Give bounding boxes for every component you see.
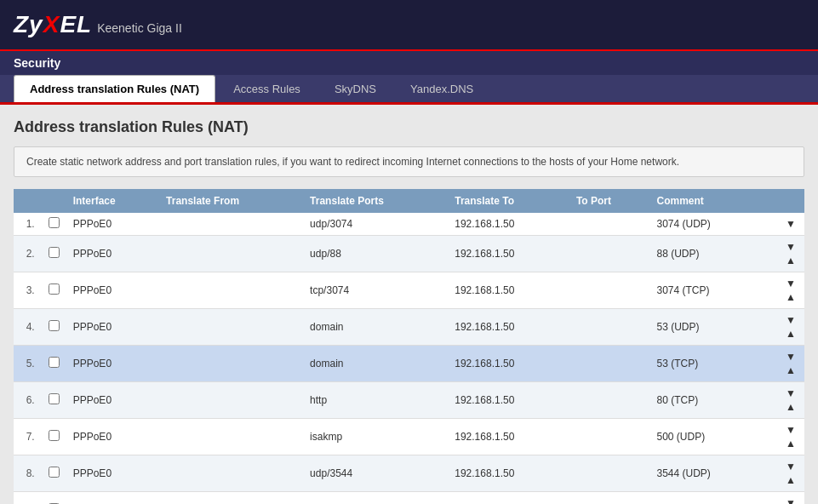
- rules-table: Interface Translate From Translate Ports…: [14, 189, 804, 504]
- row-comment: 53 (UDP): [649, 309, 762, 346]
- col-check: [42, 189, 66, 213]
- move-down-button[interactable]: ▼: [784, 496, 798, 504]
- row-checkbox[interactable]: [49, 430, 60, 441]
- row-translate-ports: udp/88: [303, 236, 448, 272]
- row-translate-ports: udp/3074: [303, 213, 448, 236]
- table-row: 3. PPPoE0 tcp/3074 192.168.1.50 3074 (TC…: [14, 272, 804, 309]
- row-interface: PPPoE0: [66, 346, 159, 382]
- row-translate-ports: http: [303, 382, 448, 419]
- move-up-button[interactable]: ▲: [784, 364, 798, 377]
- row-checkbox[interactable]: [49, 467, 60, 478]
- table-row: 9. PPPoE0 udp/4500 192.168.1.50 4500 (UD…: [14, 492, 804, 505]
- row-translate-to: 192.168.1.50: [448, 382, 569, 419]
- main-content: Address translation Rules (NAT) Create s…: [0, 105, 818, 504]
- logo: ZyXEL Keenetic Giga II: [14, 11, 182, 38]
- move-up-button[interactable]: ▲: [784, 254, 798, 267]
- row-checkbox-cell[interactable]: [42, 236, 66, 272]
- row-interface: PPPoE0: [66, 492, 159, 505]
- table-row: 2. PPPoE0 udp/88 192.168.1.50 88 (UDP) ▼…: [14, 236, 804, 272]
- header: ZyXEL Keenetic Giga II: [0, 0, 818, 51]
- page-title: Address translation Rules (NAT): [14, 118, 804, 136]
- tab-nat[interactable]: Address translation Rules (NAT): [14, 75, 215, 102]
- tab-skydns[interactable]: SkyDNS: [318, 75, 392, 102]
- move-up-button[interactable]: ▲: [784, 437, 798, 450]
- row-translate-from: [159, 492, 303, 505]
- col-to-port: To Port: [569, 189, 650, 213]
- row-checkbox[interactable]: [49, 393, 60, 404]
- row-translate-from: [159, 309, 303, 346]
- move-down-button[interactable]: ▼: [784, 387, 798, 400]
- row-checkbox-cell[interactable]: [42, 272, 66, 309]
- row-checkbox[interactable]: [49, 247, 60, 258]
- row-checkbox[interactable]: [49, 320, 60, 331]
- move-up-button[interactable]: ▲: [784, 473, 798, 487]
- row-to-port: [569, 419, 650, 455]
- row-translate-ports: isakmp: [303, 419, 448, 455]
- row-checkbox-cell[interactable]: [42, 382, 66, 419]
- row-checkbox-cell[interactable]: [42, 213, 66, 236]
- row-to-port: [569, 272, 650, 309]
- table-row: 4. PPPoE0 domain 192.168.1.50 53 (UDP) ▼…: [14, 309, 804, 346]
- move-up-button[interactable]: ▲: [784, 290, 798, 304]
- row-num: 3.: [14, 272, 42, 309]
- table-header-row: Interface Translate From Translate Ports…: [14, 189, 804, 213]
- row-to-port: [569, 492, 650, 505]
- col-num: [14, 189, 42, 213]
- row-arrows: ▼ ▲: [762, 455, 804, 492]
- product-name: Keenetic Giga II: [97, 21, 182, 35]
- row-translate-from: [159, 419, 303, 455]
- row-translate-from: [159, 213, 303, 236]
- move-up-button[interactable]: ▲: [784, 400, 798, 414]
- row-checkbox-cell[interactable]: [42, 492, 66, 505]
- row-translate-from: [159, 236, 303, 272]
- row-to-port: [569, 213, 650, 236]
- move-up-button[interactable]: ▲: [784, 327, 798, 341]
- row-checkbox-cell[interactable]: [42, 309, 66, 346]
- row-checkbox[interactable]: [49, 357, 60, 368]
- row-to-port: [569, 455, 650, 492]
- move-down-button[interactable]: ▼: [784, 240, 798, 254]
- tab-access-rules[interactable]: Access Rules: [217, 75, 317, 102]
- table-row: 8. PPPoE0 udp/3544 192.168.1.50 3544 (UD…: [14, 455, 804, 492]
- row-checkbox-cell[interactable]: [42, 419, 66, 455]
- move-down-button[interactable]: ▼: [784, 217, 798, 231]
- row-checkbox[interactable]: [49, 284, 60, 295]
- row-to-port: [569, 346, 650, 382]
- move-down-button[interactable]: ▼: [784, 423, 798, 437]
- row-checkbox-cell[interactable]: [42, 346, 66, 382]
- row-translate-to: 192.168.1.50: [448, 309, 569, 346]
- table-row: 6. PPPoE0 http 192.168.1.50 80 (TCP) ▼ ▲: [14, 382, 804, 419]
- row-comment: 3544 (UDP): [649, 455, 762, 492]
- row-comment: 3074 (TCP): [649, 272, 762, 309]
- move-down-button[interactable]: ▼: [784, 277, 798, 290]
- col-translate-to: Translate To: [448, 189, 569, 213]
- table-row: 7. PPPoE0 isakmp 192.168.1.50 500 (UDP) …: [14, 419, 804, 455]
- row-interface: PPPoE0: [66, 213, 159, 236]
- row-to-port: [569, 236, 650, 272]
- row-comment: 53 (TCP): [649, 346, 762, 382]
- row-arrows: ▼ ▲: [762, 492, 804, 505]
- col-translate-from: Translate From: [159, 189, 303, 213]
- row-num: 1.: [14, 213, 42, 236]
- row-translate-to: 192.168.1.50: [448, 455, 569, 492]
- row-interface: PPPoE0: [66, 236, 159, 272]
- row-checkbox[interactable]: [49, 217, 60, 228]
- row-translate-from: [159, 272, 303, 309]
- tab-yandex-dns[interactable]: Yandex.DNS: [394, 75, 489, 102]
- row-comment: 88 (UDP): [649, 236, 762, 272]
- row-arrows: ▼ ▲: [762, 419, 804, 455]
- move-down-button[interactable]: ▼: [784, 313, 798, 327]
- move-down-button[interactable]: ▼: [784, 350, 798, 364]
- row-num: 8.: [14, 455, 42, 492]
- move-down-button[interactable]: ▼: [784, 460, 798, 473]
- col-actions: [762, 189, 804, 213]
- row-translate-to: 192.168.1.50: [448, 213, 569, 236]
- row-translate-ports: udp/3544: [303, 455, 448, 492]
- row-to-port: [569, 382, 650, 419]
- col-translate-ports: Translate Ports: [303, 189, 448, 213]
- row-translate-ports: udp/4500: [303, 492, 448, 505]
- row-num: 5.: [14, 346, 42, 382]
- col-comment: Comment: [649, 189, 762, 213]
- row-checkbox-cell[interactable]: [42, 455, 66, 492]
- security-bar: Security: [0, 51, 818, 75]
